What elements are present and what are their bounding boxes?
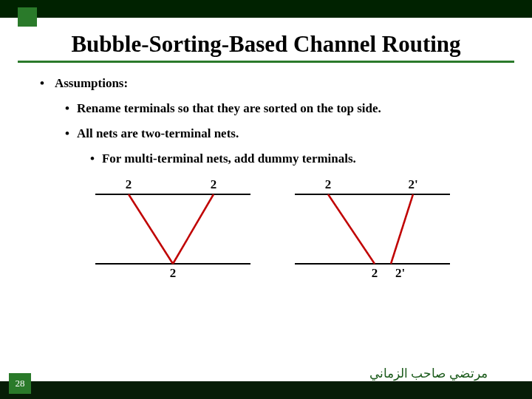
bullet-multi-terminal: For multi-terminal nets, add dummy termi… [90, 151, 505, 166]
bullet-rename: Rename terminals so that they are sorted… [65, 101, 505, 116]
svg-line-7 [391, 194, 413, 264]
top-bar [0, 0, 532, 18]
accent-corner [18, 7, 37, 27]
bullet-text: All nets are two-terminal nets. [77, 126, 239, 141]
bullet-two-terminal: All nets are two-terminal nets. [65, 126, 505, 141]
diagram-right: 2 2' 2 2' [287, 177, 457, 280]
content-area: Assumptions: Rename terminals so that th… [0, 63, 532, 280]
bullet-text: For multi-terminal nets, add dummy termi… [102, 151, 356, 166]
right-bottom-1: 2 [372, 266, 378, 280]
svg-line-2 [129, 194, 173, 264]
bullet-text: Assumptions: [55, 76, 128, 91]
bullet-assumptions: Assumptions: [40, 76, 505, 91]
right-top-1: 2 [325, 177, 332, 191]
svg-line-6 [328, 194, 375, 264]
slide-title: Bubble-Sorting-Based Channel Routing [0, 31, 532, 58]
diagram-left: 2 2 2 [88, 177, 258, 280]
right-bottom-2: 2' [395, 266, 405, 280]
diagram-row: 2 2 2 2 2' 2 2' [40, 177, 505, 280]
right-top-2: 2' [408, 177, 417, 191]
bottom-bar [0, 381, 532, 399]
svg-line-3 [173, 194, 214, 264]
page-number-box: 28 [9, 373, 31, 394]
author-name: مرتضي صاحب الزماني [369, 366, 488, 381]
page-number: 28 [16, 378, 25, 389]
left-top-2: 2 [211, 177, 217, 191]
bullet-text: Rename terminals so that they are sorted… [77, 101, 381, 116]
left-bottom-1: 2 [170, 266, 177, 280]
left-top-1: 2 [126, 177, 132, 191]
